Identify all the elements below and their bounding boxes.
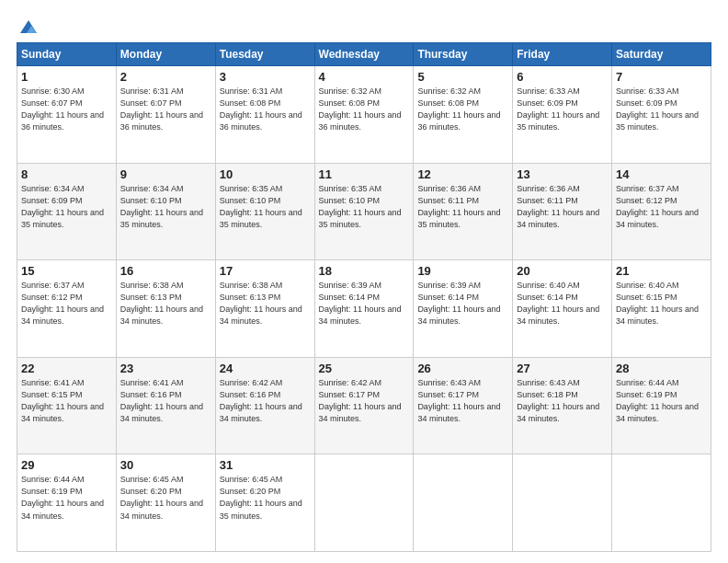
calendar-cell: 2Sunrise: 6:31 AMSunset: 6:07 PMDaylight… <box>116 66 215 164</box>
calendar-cell: 4Sunrise: 6:32 AMSunset: 6:08 PMDaylight… <box>314 66 414 164</box>
day-info: Sunrise: 6:44 AMSunset: 6:19 PMDaylight:… <box>21 474 112 522</box>
day-info: Sunrise: 6:34 AMSunset: 6:10 PMDaylight:… <box>120 183 211 231</box>
calendar-cell: 31Sunrise: 6:45 AMSunset: 6:20 PMDayligh… <box>215 454 314 552</box>
day-info: Sunrise: 6:45 AMSunset: 6:20 PMDaylight:… <box>220 474 311 522</box>
calendar-cell <box>612 454 711 552</box>
day-number: 14 <box>616 167 707 181</box>
day-info: Sunrise: 6:32 AMSunset: 6:08 PMDaylight:… <box>319 86 410 133</box>
weekday-saturday: Saturday <box>612 43 711 66</box>
day-info: Sunrise: 6:33 AMSunset: 6:09 PMDaylight:… <box>517 86 608 133</box>
calendar-cell: 9Sunrise: 6:34 AMSunset: 6:10 PMDaylight… <box>116 163 215 260</box>
calendar-cell: 28Sunrise: 6:44 AMSunset: 6:19 PMDayligh… <box>612 357 711 454</box>
day-info: Sunrise: 6:31 AMSunset: 6:07 PMDaylight:… <box>120 86 211 133</box>
weekday-friday: Friday <box>513 43 612 66</box>
calendar-cell: 11Sunrise: 6:35 AMSunset: 6:10 PMDayligh… <box>314 163 414 260</box>
calendar-week-2: 8Sunrise: 6:34 AMSunset: 6:09 PMDaylight… <box>17 163 711 260</box>
day-number: 7 <box>616 70 707 84</box>
calendar-cell: 6Sunrise: 6:33 AMSunset: 6:09 PMDaylight… <box>513 66 612 164</box>
calendar-cell: 13Sunrise: 6:36 AMSunset: 6:11 PMDayligh… <box>513 163 612 260</box>
calendar-cell: 30Sunrise: 6:45 AMSunset: 6:20 PMDayligh… <box>116 454 215 552</box>
day-number: 1 <box>21 70 112 84</box>
calendar-cell: 12Sunrise: 6:36 AMSunset: 6:11 PMDayligh… <box>414 163 513 260</box>
day-info: Sunrise: 6:43 AMSunset: 6:18 PMDaylight:… <box>517 377 608 425</box>
day-info: Sunrise: 6:42 AMSunset: 6:17 PMDaylight:… <box>319 377 410 425</box>
day-number: 6 <box>517 70 608 84</box>
day-number: 3 <box>220 70 311 84</box>
day-info: Sunrise: 6:32 AMSunset: 6:08 PMDaylight:… <box>417 86 508 133</box>
day-number: 30 <box>120 458 211 472</box>
day-info: Sunrise: 6:44 AMSunset: 6:19 PMDaylight:… <box>616 377 707 425</box>
day-info: Sunrise: 6:40 AMSunset: 6:14 PMDaylight:… <box>517 280 608 327</box>
day-number: 12 <box>417 167 508 181</box>
calendar-cell: 5Sunrise: 6:32 AMSunset: 6:08 PMDaylight… <box>414 66 513 164</box>
day-number: 13 <box>517 167 608 181</box>
calendar-cell: 21Sunrise: 6:40 AMSunset: 6:15 PMDayligh… <box>612 260 711 358</box>
day-info: Sunrise: 6:43 AMSunset: 6:17 PMDaylight:… <box>417 377 508 425</box>
day-number: 24 <box>220 362 311 375</box>
day-number: 18 <box>319 264 410 278</box>
day-number: 29 <box>21 458 112 472</box>
day-number: 5 <box>417 70 508 84</box>
day-info: Sunrise: 6:45 AMSunset: 6:20 PMDaylight:… <box>120 474 211 522</box>
day-number: 26 <box>417 362 508 375</box>
day-info: Sunrise: 6:36 AMSunset: 6:11 PMDaylight:… <box>417 183 508 231</box>
calendar-cell: 20Sunrise: 6:40 AMSunset: 6:14 PMDayligh… <box>513 260 612 358</box>
calendar-cell: 26Sunrise: 6:43 AMSunset: 6:17 PMDayligh… <box>414 357 513 454</box>
weekday-wednesday: Wednesday <box>314 43 414 66</box>
calendar-cell: 18Sunrise: 6:39 AMSunset: 6:14 PMDayligh… <box>314 260 414 358</box>
calendar-week-4: 22Sunrise: 6:41 AMSunset: 6:15 PMDayligh… <box>17 357 711 454</box>
calendar-cell: 17Sunrise: 6:38 AMSunset: 6:13 PMDayligh… <box>215 260 314 358</box>
calendar-cell: 24Sunrise: 6:42 AMSunset: 6:16 PMDayligh… <box>215 357 314 454</box>
calendar-cell <box>314 454 414 552</box>
calendar-cell: 29Sunrise: 6:44 AMSunset: 6:19 PMDayligh… <box>17 454 117 552</box>
page: SundayMondayTuesdayWednesdayThursdayFrid… <box>0 0 728 563</box>
day-number: 27 <box>517 362 608 375</box>
logo-icon <box>18 17 39 37</box>
calendar-cell: 1Sunrise: 6:30 AMSunset: 6:07 PMDaylight… <box>17 66 117 164</box>
calendar-cell: 25Sunrise: 6:42 AMSunset: 6:17 PMDayligh… <box>314 357 414 454</box>
weekday-header-row: SundayMondayTuesdayWednesdayThursdayFrid… <box>17 43 711 66</box>
calendar-cell: 14Sunrise: 6:37 AMSunset: 6:12 PMDayligh… <box>612 163 711 260</box>
day-number: 31 <box>220 458 311 472</box>
day-info: Sunrise: 6:37 AMSunset: 6:12 PMDaylight:… <box>21 280 112 327</box>
day-info: Sunrise: 6:37 AMSunset: 6:12 PMDaylight:… <box>616 183 707 231</box>
weekday-monday: Monday <box>116 43 215 66</box>
calendar-cell: 19Sunrise: 6:39 AMSunset: 6:14 PMDayligh… <box>414 260 513 358</box>
day-info: Sunrise: 6:39 AMSunset: 6:14 PMDaylight:… <box>319 280 410 327</box>
day-number: 11 <box>319 167 410 181</box>
day-info: Sunrise: 6:38 AMSunset: 6:13 PMDaylight:… <box>220 280 311 327</box>
weekday-sunday: Sunday <box>17 43 117 66</box>
day-info: Sunrise: 6:42 AMSunset: 6:16 PMDaylight:… <box>220 377 311 425</box>
day-info: Sunrise: 6:34 AMSunset: 6:09 PMDaylight:… <box>21 183 112 231</box>
calendar-cell: 15Sunrise: 6:37 AMSunset: 6:12 PMDayligh… <box>17 260 117 358</box>
calendar-cell: 16Sunrise: 6:38 AMSunset: 6:13 PMDayligh… <box>116 260 215 358</box>
day-number: 10 <box>220 167 311 181</box>
calendar-table: SundayMondayTuesdayWednesdayThursdayFrid… <box>17 42 711 552</box>
calendar-cell: 8Sunrise: 6:34 AMSunset: 6:09 PMDaylight… <box>17 163 117 260</box>
calendar-week-3: 15Sunrise: 6:37 AMSunset: 6:12 PMDayligh… <box>17 260 711 358</box>
calendar-cell: 22Sunrise: 6:41 AMSunset: 6:15 PMDayligh… <box>17 357 117 454</box>
calendar-week-5: 29Sunrise: 6:44 AMSunset: 6:19 PMDayligh… <box>17 454 711 552</box>
calendar-cell: 27Sunrise: 6:43 AMSunset: 6:18 PMDayligh… <box>513 357 612 454</box>
day-number: 21 <box>616 264 707 278</box>
day-info: Sunrise: 6:36 AMSunset: 6:11 PMDaylight:… <box>517 183 608 231</box>
calendar-cell: 23Sunrise: 6:41 AMSunset: 6:16 PMDayligh… <box>116 357 215 454</box>
weekday-tuesday: Tuesday <box>215 43 314 66</box>
day-number: 28 <box>616 362 707 375</box>
day-info: Sunrise: 6:41 AMSunset: 6:15 PMDaylight:… <box>21 377 112 425</box>
day-number: 23 <box>120 362 211 375</box>
day-number: 25 <box>319 362 410 375</box>
calendar-cell <box>513 454 612 552</box>
calendar-week-1: 1Sunrise: 6:30 AMSunset: 6:07 PMDaylight… <box>17 66 711 164</box>
day-number: 22 <box>21 362 112 375</box>
day-number: 19 <box>417 264 508 278</box>
header <box>17 17 711 33</box>
day-info: Sunrise: 6:33 AMSunset: 6:09 PMDaylight:… <box>616 86 707 133</box>
calendar-cell <box>414 454 513 552</box>
calendar-cell: 10Sunrise: 6:35 AMSunset: 6:10 PMDayligh… <box>215 163 314 260</box>
day-number: 16 <box>120 264 211 278</box>
day-info: Sunrise: 6:38 AMSunset: 6:13 PMDaylight:… <box>120 280 211 327</box>
day-number: 15 <box>21 264 112 278</box>
weekday-thursday: Thursday <box>414 43 513 66</box>
day-number: 9 <box>120 167 211 181</box>
